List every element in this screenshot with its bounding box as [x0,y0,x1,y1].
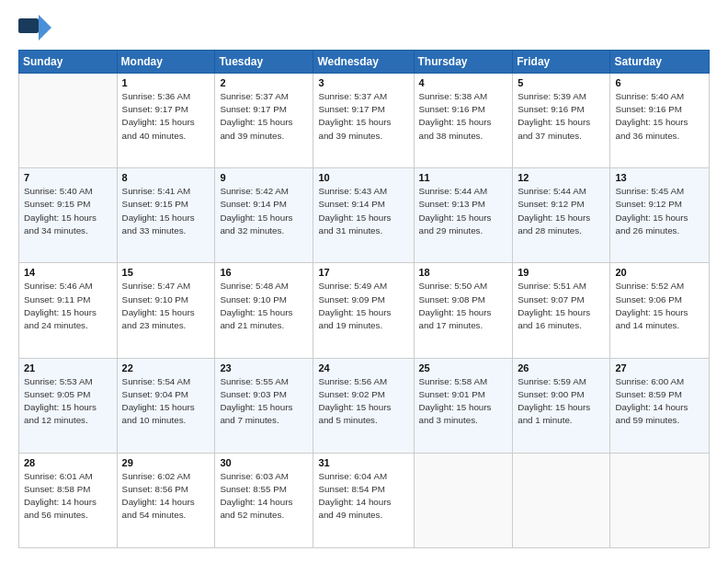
day-info: Sunrise: 5:40 AM Sunset: 9:15 PM Dayligh… [24,185,112,237]
calendar-cell: 28Sunrise: 6:01 AM Sunset: 8:58 PM Dayli… [19,453,118,547]
day-number: 18 [419,267,508,278]
calendar-week-row: 7Sunrise: 5:40 AM Sunset: 9:15 PM Daylig… [19,168,710,263]
calendar-cell: 17Sunrise: 5:49 AM Sunset: 9:09 PM Dayli… [313,263,414,358]
day-info: Sunrise: 6:02 AM Sunset: 8:56 PM Dayligh… [122,470,210,523]
calendar-cell: 8Sunrise: 5:41 AM Sunset: 9:15 PM Daylig… [117,168,215,263]
day-number: 19 [518,267,605,278]
day-number: 12 [518,172,605,183]
calendar-cell: 26Sunrise: 5:59 AM Sunset: 9:00 PM Dayli… [513,358,610,453]
day-number: 11 [419,172,508,183]
calendar-cell: 22Sunrise: 5:54 AM Sunset: 9:04 PM Dayli… [117,358,215,453]
calendar-cell: 12Sunrise: 5:44 AM Sunset: 9:12 PM Dayli… [513,168,610,263]
header-cell-friday: Friday [513,51,610,74]
day-number: 20 [615,267,704,278]
day-info: Sunrise: 5:45 AM Sunset: 9:12 PM Dayligh… [615,185,704,237]
day-info: Sunrise: 5:36 AM Sunset: 9:17 PM Dayligh… [122,90,210,143]
calendar-cell: 9Sunrise: 5:42 AM Sunset: 9:14 PM Daylig… [215,168,313,263]
day-number: 14 [24,267,112,278]
day-number: 7 [24,172,112,183]
calendar-cell: 11Sunrise: 5:44 AM Sunset: 9:13 PM Dayli… [414,168,513,263]
day-number: 21 [24,362,112,373]
day-info: Sunrise: 5:46 AM Sunset: 9:11 PM Dayligh… [24,280,112,332]
calendar-cell: 2Sunrise: 5:37 AM Sunset: 9:17 PM Daylig… [215,74,313,168]
day-number: 31 [318,457,408,468]
calendar-cell: 25Sunrise: 5:58 AM Sunset: 9:01 PM Dayli… [414,358,513,453]
calendar-cell: 24Sunrise: 5:56 AM Sunset: 9:02 PM Dayli… [313,358,414,453]
logo [18,15,55,40]
calendar-header-row: SundayMondayTuesdayWednesdayThursdayFrid… [19,51,710,74]
calendar-cell: 21Sunrise: 5:53 AM Sunset: 9:05 PM Dayli… [19,358,118,453]
header-cell-wednesday: Wednesday [313,51,414,74]
day-number: 8 [122,172,210,183]
day-number: 15 [122,267,210,278]
calendar-cell: 16Sunrise: 5:48 AM Sunset: 9:10 PM Dayli… [215,263,313,358]
day-number: 28 [24,457,112,468]
day-info: Sunrise: 5:58 AM Sunset: 9:01 PM Dayligh… [419,375,508,428]
header-cell-sunday: Sunday [19,51,118,74]
calendar-cell: 7Sunrise: 5:40 AM Sunset: 9:15 PM Daylig… [19,168,118,263]
day-info: Sunrise: 6:00 AM Sunset: 8:59 PM Dayligh… [615,375,704,428]
day-info: Sunrise: 5:59 AM Sunset: 9:00 PM Dayligh… [518,375,605,428]
day-info: Sunrise: 5:39 AM Sunset: 9:16 PM Dayligh… [518,90,605,143]
page: SundayMondayTuesdayWednesdayThursdayFrid… [0,0,728,563]
day-number: 9 [220,172,308,183]
day-number: 24 [318,362,408,373]
day-info: Sunrise: 5:43 AM Sunset: 9:14 PM Dayligh… [318,185,408,237]
day-info: Sunrise: 5:55 AM Sunset: 9:03 PM Dayligh… [220,375,308,428]
day-number: 5 [518,77,605,88]
calendar-cell: 30Sunrise: 6:03 AM Sunset: 8:55 PM Dayli… [215,453,313,547]
calendar-cell: 23Sunrise: 5:55 AM Sunset: 9:03 PM Dayli… [215,358,313,453]
calendar-week-row: 21Sunrise: 5:53 AM Sunset: 9:05 PM Dayli… [19,358,710,453]
day-number: 1 [122,77,210,88]
day-number: 22 [122,362,210,373]
day-number: 27 [615,362,704,373]
day-number: 13 [615,172,704,183]
day-info: Sunrise: 5:53 AM Sunset: 9:05 PM Dayligh… [24,375,112,428]
calendar-cell [414,453,513,547]
day-info: Sunrise: 5:50 AM Sunset: 9:08 PM Dayligh… [419,280,508,332]
calendar-cell [19,74,118,168]
calendar-cell: 19Sunrise: 5:51 AM Sunset: 9:07 PM Dayli… [513,263,610,358]
day-info: Sunrise: 5:42 AM Sunset: 9:14 PM Dayligh… [220,185,308,237]
day-info: Sunrise: 6:01 AM Sunset: 8:58 PM Dayligh… [24,470,112,523]
day-number: 26 [518,362,605,373]
svg-marker-1 [39,15,51,40]
calendar-week-row: 28Sunrise: 6:01 AM Sunset: 8:58 PM Dayli… [19,453,710,547]
calendar-cell: 3Sunrise: 5:37 AM Sunset: 9:17 PM Daylig… [313,74,414,168]
day-info: Sunrise: 5:44 AM Sunset: 9:13 PM Dayligh… [419,185,508,237]
calendar-cell: 15Sunrise: 5:47 AM Sunset: 9:10 PM Dayli… [117,263,215,358]
calendar-cell: 1Sunrise: 5:36 AM Sunset: 9:17 PM Daylig… [117,74,215,168]
calendar-cell: 13Sunrise: 5:45 AM Sunset: 9:12 PM Dayli… [610,168,710,263]
day-number: 10 [318,172,408,183]
day-info: Sunrise: 6:04 AM Sunset: 8:54 PM Dayligh… [318,470,408,523]
day-info: Sunrise: 5:51 AM Sunset: 9:07 PM Dayligh… [518,280,605,332]
svg-rect-0 [18,18,39,33]
day-info: Sunrise: 5:47 AM Sunset: 9:10 PM Dayligh… [122,280,210,332]
calendar-cell: 5Sunrise: 5:39 AM Sunset: 9:16 PM Daylig… [513,74,610,168]
day-number: 25 [419,362,508,373]
calendar-week-row: 14Sunrise: 5:46 AM Sunset: 9:11 PM Dayli… [19,263,710,358]
day-number: 4 [419,77,508,88]
calendar-cell: 20Sunrise: 5:52 AM Sunset: 9:06 PM Dayli… [610,263,710,358]
calendar-table: SundayMondayTuesdayWednesdayThursdayFrid… [18,50,710,548]
day-number: 6 [615,77,704,88]
day-info: Sunrise: 6:03 AM Sunset: 8:55 PM Dayligh… [220,470,308,523]
day-info: Sunrise: 5:41 AM Sunset: 9:15 PM Dayligh… [122,185,210,237]
day-number: 17 [318,267,408,278]
day-number: 23 [220,362,308,373]
calendar-cell: 27Sunrise: 6:00 AM Sunset: 8:59 PM Dayli… [610,358,710,453]
calendar-cell [513,453,610,547]
calendar-week-row: 1Sunrise: 5:36 AM Sunset: 9:17 PM Daylig… [19,74,710,168]
calendar-cell: 4Sunrise: 5:38 AM Sunset: 9:16 PM Daylig… [414,74,513,168]
day-info: Sunrise: 5:56 AM Sunset: 9:02 PM Dayligh… [318,375,408,428]
day-info: Sunrise: 5:44 AM Sunset: 9:12 PM Dayligh… [518,185,605,237]
calendar-cell: 18Sunrise: 5:50 AM Sunset: 9:08 PM Dayli… [414,263,513,358]
day-info: Sunrise: 5:48 AM Sunset: 9:10 PM Dayligh… [220,280,308,332]
day-number: 16 [220,267,308,278]
header-cell-saturday: Saturday [610,51,710,74]
day-number: 30 [220,457,308,468]
header-cell-monday: Monday [117,51,215,74]
calendar-cell: 6Sunrise: 5:40 AM Sunset: 9:16 PM Daylig… [610,74,710,168]
day-info: Sunrise: 5:38 AM Sunset: 9:16 PM Dayligh… [419,90,508,143]
calendar-cell: 14Sunrise: 5:46 AM Sunset: 9:11 PM Dayli… [19,263,118,358]
